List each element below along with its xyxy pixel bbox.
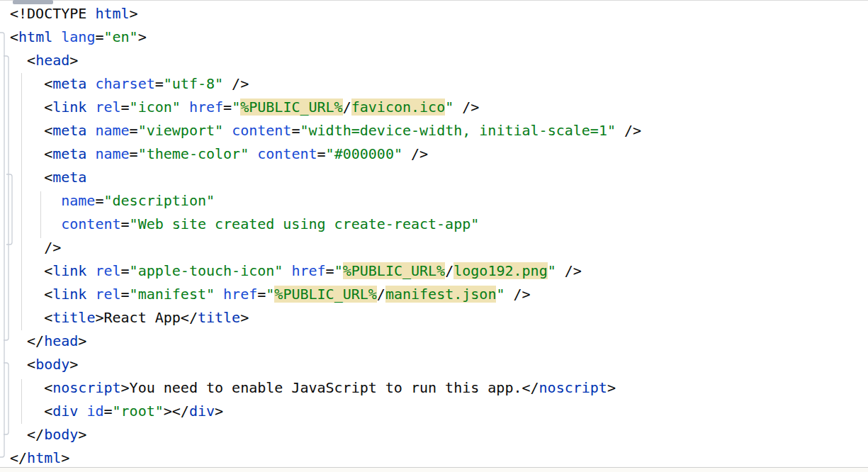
code-token-string-value: " <box>496 286 505 303</box>
code-token-tag-name: meta <box>52 169 86 186</box>
code-token-punctuation: > <box>95 309 103 326</box>
code-line[interactable]: </head> <box>10 330 868 353</box>
code-token-punctuation: = <box>223 99 232 116</box>
code-token-punctuation: = <box>317 145 326 162</box>
code-area[interactable]: <!DOCTYPE html><html lang="en"> <head> <… <box>0 2 868 470</box>
code-token-punctuation: > <box>61 449 69 466</box>
code-token-punctuation: > <box>215 403 223 420</box>
code-token-string-value: "description" <box>103 192 215 209</box>
code-token-tag-name: head <box>44 332 78 349</box>
code-token-punctuation: < <box>10 286 52 303</box>
code-token-attribute-name: id <box>86 403 103 420</box>
code-token-template-highlight: manifest.json <box>385 286 497 303</box>
code-token-punctuation: > <box>78 426 86 443</box>
code-token-attribute-name: lang <box>61 28 95 45</box>
code-token-string-value: "Web site created using create-react-app… <box>130 215 480 232</box>
code-token-punctuation <box>10 215 61 232</box>
code-token-template-highlight: logo192.png <box>453 262 547 279</box>
code-token-tag-name: meta <box>52 145 86 162</box>
code-token-tag-name: div <box>189 403 215 420</box>
code-line[interactable]: <link rel="manifest" href="%PUBLIC_URL%/… <box>10 283 868 306</box>
code-line[interactable]: <div id="root"></div> <box>10 400 868 423</box>
code-token-tag-name: link <box>52 286 86 303</box>
code-token-punctuation <box>86 75 95 92</box>
code-token-attribute-name: charset <box>95 75 154 92</box>
code-line[interactable]: <title>React App</title> <box>10 306 868 330</box>
code-token-string-value: " <box>266 286 274 303</box>
code-token-punctuation: </ <box>10 332 44 349</box>
code-token-string-value: " <box>445 99 453 116</box>
code-line[interactable]: <noscript>You need to enable JavaScript … <box>10 376 868 400</box>
code-token-punctuation: < <box>10 169 52 186</box>
code-token-attribute-name: content <box>232 122 291 139</box>
code-line[interactable]: <head> <box>10 49 868 72</box>
code-token-punctuation: < <box>10 28 18 45</box>
code-token-punctuation <box>86 145 95 162</box>
code-token-string-value: "width=device-width, initial-scale=1" <box>300 122 616 139</box>
code-token-punctuation: = <box>291 122 300 139</box>
code-token-string-value: "manifest" <box>130 286 215 303</box>
code-token-punctuation: </ <box>10 449 27 466</box>
code-token-string-value: " <box>334 262 343 279</box>
code-token-string-value: "utf-8" <box>164 75 223 92</box>
code-token-punctuation <box>86 99 95 116</box>
code-token-punctuation: </ <box>181 309 198 326</box>
code-line[interactable]: <link rel="apple-touch-icon" href="%PUBL… <box>10 259 868 283</box>
code-token-attribute-name: rel <box>95 286 120 303</box>
code-line[interactable]: <meta <box>10 166 868 189</box>
code-token-punctuation: > <box>240 309 249 326</box>
code-token-tag-name: meta <box>52 122 86 139</box>
bottom-edge-strip <box>0 468 868 472</box>
code-token-punctuation: / <box>343 99 351 116</box>
code-token-punctuation: > <box>69 52 78 69</box>
code-token-tag-name: link <box>52 262 86 279</box>
code-token-attribute-name: href <box>189 99 223 116</box>
code-token-template-highlight: %PUBLIC_URL% <box>240 99 343 116</box>
code-token-punctuation: /> <box>453 99 479 116</box>
code-line[interactable]: /> <box>10 236 868 259</box>
code-line[interactable]: <!DOCTYPE html> <box>10 2 868 26</box>
code-token-punctuation <box>86 122 95 139</box>
code-line[interactable]: <link rel="icon" href="%PUBLIC_URL%/favi… <box>10 96 868 119</box>
code-token-punctuation: </ <box>10 426 44 443</box>
code-token-template-highlight: %PUBLIC_URL% <box>274 286 377 303</box>
code-token-string-value: "root" <box>113 403 164 420</box>
code-line[interactable]: content="Web site created using create-r… <box>10 213 868 236</box>
code-token-punctuation: < <box>10 403 52 420</box>
code-token-punctuation: = <box>130 145 138 162</box>
code-line[interactable]: <meta name="theme-color" content="#00000… <box>10 142 868 166</box>
code-token-string-value: "icon" <box>130 99 181 116</box>
code-token-string-value: " <box>232 99 240 116</box>
code-token-punctuation: < <box>10 122 52 139</box>
code-token-tag-name: title <box>198 309 240 326</box>
top-edge-hairline <box>0 0 868 1</box>
code-line[interactable]: <body> <box>10 353 868 376</box>
code-token-punctuation <box>249 145 257 162</box>
code-token-punctuation <box>86 286 95 303</box>
code-token-punctuation <box>283 262 291 279</box>
code-token-punctuation: = <box>95 192 103 209</box>
code-line[interactable]: <meta charset="utf-8" /> <box>10 72 868 96</box>
code-token-tag-name: body <box>44 426 78 443</box>
code-token-tag-name: html <box>18 28 52 45</box>
code-line[interactable]: <meta name="viewport" content="width=dev… <box>10 119 868 142</box>
code-token-punctuation: > <box>607 379 616 396</box>
code-token-punctuation <box>78 403 86 420</box>
code-token-punctuation: /> <box>223 75 249 92</box>
code-token-punctuation: > <box>138 28 147 45</box>
code-token-punctuation: = <box>130 122 138 139</box>
code-token-punctuation: </ <box>522 379 539 396</box>
code-token-punctuation: > <box>78 332 86 349</box>
code-token-punctuation: > <box>69 356 78 373</box>
code-token-punctuation: = <box>103 403 112 420</box>
code-token-tag-name: link <box>52 99 86 116</box>
code-token-tag-name: body <box>35 356 69 373</box>
code-line[interactable]: </body> <box>10 423 868 446</box>
code-line[interactable]: name="description" <box>10 189 868 213</box>
code-token-punctuation: / <box>377 286 385 303</box>
code-token-punctuation: /> <box>556 262 582 279</box>
code-token-punctuation: = <box>121 215 130 232</box>
code-line[interactable]: <html lang="en"> <box>10 26 868 49</box>
code-token-tag-name: head <box>35 52 69 69</box>
code-token-string-value: "theme-color" <box>138 145 249 162</box>
